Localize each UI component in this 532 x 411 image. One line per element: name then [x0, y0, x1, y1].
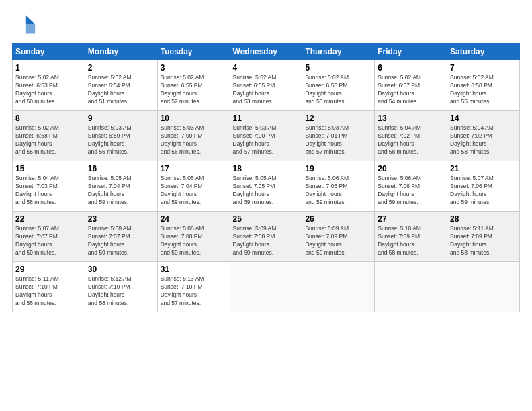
- day-number: 17: [161, 164, 227, 173]
- calendar-cell: 19Sunrise: 5:06 AMSunset: 7:05 PMDayligh…: [302, 161, 375, 212]
- day-number: 8: [15, 113, 82, 123]
- day-number: 7: [450, 63, 517, 73]
- calendar-cell: 23Sunrise: 5:08 AMSunset: 7:07 PMDayligh…: [85, 212, 157, 262]
- calendar-cell: 2Sunrise: 5:02 AMSunset: 6:54 PMDaylight…: [85, 60, 157, 111]
- calendar-cell: 22Sunrise: 5:07 AMSunset: 7:07 PMDayligh…: [13, 212, 85, 262]
- calendar-week-2: 8Sunrise: 5:02 AMSunset: 6:58 PMDaylight…: [13, 111, 520, 161]
- day-info: Sunrise: 5:02 AMSunset: 6:57 PMDaylight …: [378, 74, 444, 106]
- col-header-saturday: Saturday: [447, 44, 520, 60]
- calendar-cell: 16Sunrise: 5:05 AMSunset: 7:04 PMDayligh…: [85, 161, 157, 212]
- day-info: Sunrise: 5:02 AMSunset: 6:56 PMDaylight …: [305, 74, 371, 106]
- calendar-cell: 5Sunrise: 5:02 AMSunset: 6:56 PMDaylight…: [302, 60, 375, 111]
- calendar-cell: [375, 262, 447, 312]
- day-info: Sunrise: 5:11 AMSunset: 7:09 PMDaylight …: [450, 225, 517, 257]
- day-info: Sunrise: 5:02 AMSunset: 6:54 PMDaylight …: [88, 74, 154, 106]
- calendar-cell: 12Sunrise: 5:03 AMSunset: 7:01 PMDayligh…: [302, 111, 375, 161]
- day-number: 15: [15, 164, 82, 173]
- day-info: Sunrise: 5:05 AMSunset: 7:05 PMDaylight …: [233, 175, 300, 207]
- day-info: Sunrise: 5:02 AMSunset: 6:58 PMDaylight …: [15, 124, 82, 156]
- day-info: Sunrise: 5:02 AMSunset: 6:58 PMDaylight …: [450, 74, 517, 106]
- day-number: 25: [233, 214, 300, 224]
- day-info: Sunrise: 5:04 AMSunset: 7:02 PMDaylight …: [450, 124, 517, 156]
- calendar-cell: 11Sunrise: 5:03 AMSunset: 7:00 PMDayligh…: [230, 111, 302, 161]
- day-info: Sunrise: 5:02 AMSunset: 6:55 PMDaylight …: [161, 74, 227, 106]
- day-info: Sunrise: 5:07 AMSunset: 7:06 PMDaylight …: [450, 175, 517, 207]
- day-number: 9: [88, 113, 154, 123]
- calendar-week-3: 15Sunrise: 5:04 AMSunset: 7:03 PMDayligh…: [13, 161, 520, 212]
- calendar-cell: 13Sunrise: 5:04 AMSunset: 7:02 PMDayligh…: [375, 111, 447, 161]
- calendar-cell: 25Sunrise: 5:09 AMSunset: 7:08 PMDayligh…: [230, 212, 302, 262]
- day-number: 20: [378, 164, 444, 173]
- day-info: Sunrise: 5:13 AMSunset: 7:10 PMDaylight …: [161, 275, 227, 308]
- day-number: 28: [450, 214, 517, 224]
- day-number: 31: [161, 265, 227, 274]
- calendar-cell: [230, 262, 302, 312]
- col-header-sunday: Sunday: [13, 44, 85, 60]
- calendar-cell: 1Sunrise: 5:02 AMSunset: 6:53 PMDaylight…: [13, 60, 85, 111]
- calendar-cell: 26Sunrise: 5:09 AMSunset: 7:09 PMDayligh…: [302, 212, 375, 262]
- calendar-cell: 29Sunrise: 5:11 AMSunset: 7:10 PMDayligh…: [13, 262, 85, 312]
- col-header-friday: Friday: [375, 44, 447, 60]
- day-info: Sunrise: 5:10 AMSunset: 7:09 PMDaylight …: [378, 225, 444, 257]
- day-info: Sunrise: 5:03 AMSunset: 6:59 PMDaylight …: [88, 124, 154, 156]
- day-info: Sunrise: 5:02 AMSunset: 6:55 PMDaylight …: [233, 74, 300, 106]
- day-info: Sunrise: 5:08 AMSunset: 7:07 PMDaylight …: [88, 225, 154, 257]
- day-number: 26: [305, 214, 371, 224]
- day-number: 16: [88, 164, 154, 173]
- calendar-cell: 10Sunrise: 5:03 AMSunset: 7:00 PMDayligh…: [157, 111, 230, 161]
- day-number: 29: [15, 265, 82, 274]
- calendar-cell: 31Sunrise: 5:13 AMSunset: 7:10 PMDayligh…: [157, 262, 230, 312]
- day-number: 12: [305, 113, 371, 123]
- day-info: Sunrise: 5:08 AMSunset: 7:08 PMDaylight …: [161, 225, 227, 257]
- calendar: SundayMondayTuesdayWednesdayThursdayFrid…: [12, 43, 520, 312]
- calendar-cell: 20Sunrise: 5:06 AMSunset: 7:06 PMDayligh…: [375, 161, 447, 212]
- day-number: 4: [233, 63, 300, 73]
- calendar-week-1: 1Sunrise: 5:02 AMSunset: 6:53 PMDaylight…: [13, 60, 520, 111]
- logo: [12, 12, 39, 36]
- day-info: Sunrise: 5:05 AMSunset: 7:04 PMDaylight …: [88, 175, 154, 207]
- day-number: 23: [88, 214, 154, 224]
- calendar-cell: 24Sunrise: 5:08 AMSunset: 7:08 PMDayligh…: [157, 212, 230, 262]
- calendar-cell: 9Sunrise: 5:03 AMSunset: 6:59 PMDaylight…: [85, 111, 157, 161]
- logo-icon: [12, 12, 36, 36]
- calendar-cell: 15Sunrise: 5:04 AMSunset: 7:03 PMDayligh…: [13, 161, 85, 212]
- calendar-cell: 7Sunrise: 5:02 AMSunset: 6:58 PMDaylight…: [447, 60, 520, 111]
- day-info: Sunrise: 5:06 AMSunset: 7:05 PMDaylight …: [305, 175, 371, 207]
- calendar-cell: 8Sunrise: 5:02 AMSunset: 6:58 PMDaylight…: [13, 111, 85, 161]
- day-info: Sunrise: 5:06 AMSunset: 7:06 PMDaylight …: [378, 175, 444, 207]
- day-number: 10: [161, 113, 227, 123]
- calendar-cell: 3Sunrise: 5:02 AMSunset: 6:55 PMDaylight…: [157, 60, 230, 111]
- day-info: Sunrise: 5:03 AMSunset: 7:00 PMDaylight …: [233, 124, 300, 156]
- calendar-cell: 27Sunrise: 5:10 AMSunset: 7:09 PMDayligh…: [375, 212, 447, 262]
- calendar-week-4: 22Sunrise: 5:07 AMSunset: 7:07 PMDayligh…: [13, 212, 520, 262]
- day-number: 27: [378, 214, 444, 224]
- day-number: 11: [233, 113, 300, 123]
- day-info: Sunrise: 5:12 AMSunset: 7:10 PMDaylight …: [88, 275, 154, 308]
- calendar-cell: 21Sunrise: 5:07 AMSunset: 7:06 PMDayligh…: [447, 161, 520, 212]
- calendar-cell: 17Sunrise: 5:05 AMSunset: 7:04 PMDayligh…: [157, 161, 230, 212]
- day-number: 30: [88, 265, 154, 274]
- day-info: Sunrise: 5:03 AMSunset: 7:01 PMDaylight …: [305, 124, 371, 156]
- calendar-header-row: SundayMondayTuesdayWednesdayThursdayFrid…: [13, 44, 520, 60]
- calendar-week-5: 29Sunrise: 5:11 AMSunset: 7:10 PMDayligh…: [13, 262, 520, 312]
- day-info: Sunrise: 5:02 AMSunset: 6:53 PMDaylight …: [15, 74, 82, 106]
- day-number: 24: [161, 214, 227, 224]
- calendar-cell: 28Sunrise: 5:11 AMSunset: 7:09 PMDayligh…: [447, 212, 520, 262]
- col-header-thursday: Thursday: [302, 44, 375, 60]
- calendar-cell: 6Sunrise: 5:02 AMSunset: 6:57 PMDaylight…: [375, 60, 447, 111]
- day-number: 6: [378, 63, 444, 73]
- col-header-monday: Monday: [85, 44, 157, 60]
- day-info: Sunrise: 5:05 AMSunset: 7:04 PMDaylight …: [161, 175, 227, 207]
- day-number: 21: [450, 164, 517, 173]
- calendar-cell: [447, 262, 520, 312]
- day-info: Sunrise: 5:09 AMSunset: 7:08 PMDaylight …: [233, 225, 300, 257]
- day-info: Sunrise: 5:03 AMSunset: 7:00 PMDaylight …: [161, 124, 227, 156]
- day-number: 19: [305, 164, 371, 173]
- day-number: 22: [15, 214, 82, 224]
- header: [12, 12, 520, 36]
- day-number: 3: [161, 63, 227, 73]
- svg-marker-1: [26, 24, 35, 34]
- day-info: Sunrise: 5:09 AMSunset: 7:09 PMDaylight …: [305, 225, 371, 257]
- day-info: Sunrise: 5:04 AMSunset: 7:03 PMDaylight …: [15, 175, 82, 207]
- calendar-cell: 18Sunrise: 5:05 AMSunset: 7:05 PMDayligh…: [230, 161, 302, 212]
